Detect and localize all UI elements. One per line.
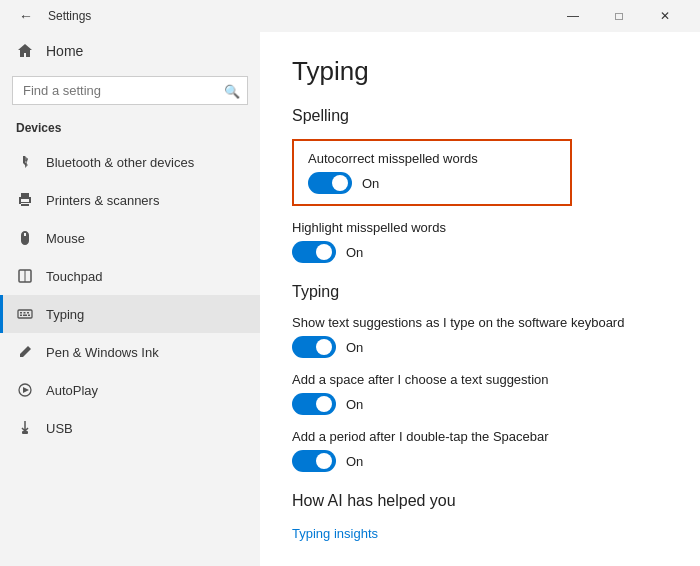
sidebar-section-label: Devices [0, 117, 260, 143]
svg-rect-11 [22, 431, 28, 434]
svg-rect-7 [23, 315, 27, 317]
autocorrect-toggle-row: On [308, 172, 556, 194]
pen-icon [16, 343, 34, 361]
highlight-state: On [346, 245, 363, 260]
sidebar-item-autoplay[interactable]: AutoPlay [0, 371, 260, 409]
typing-insights-link[interactable]: Typing insights [292, 526, 378, 541]
sidebar-item-bluetooth[interactable]: Bluetooth & other devices [0, 143, 260, 181]
period-toggle[interactable] [292, 450, 336, 472]
autocorrect-setting: Autocorrect misspelled words On [292, 139, 572, 206]
sidebar-item-touchpad[interactable]: Touchpad [0, 257, 260, 295]
sidebar-item-pen[interactable]: Pen & Windows Ink [0, 333, 260, 371]
mouse-icon [16, 229, 34, 247]
search-icon: 🔍 [224, 83, 240, 98]
typing-section-title: Typing [292, 283, 668, 301]
back-button[interactable]: ← [12, 2, 40, 30]
touchpad-icon [16, 267, 34, 285]
space-state: On [346, 397, 363, 412]
period-state: On [346, 454, 363, 469]
sidebar-item-usb[interactable]: USB [0, 409, 260, 447]
home-icon [16, 42, 34, 60]
app-title: Settings [48, 9, 91, 23]
space-toggle-row: On [292, 393, 668, 415]
space-toggle[interactable] [292, 393, 336, 415]
search-box: 🔍 [12, 76, 248, 105]
sidebar: Home 🔍 Devices Bluetooth & other devices [0, 32, 260, 566]
svg-marker-10 [23, 387, 29, 393]
highlight-setting: Highlight misspelled words On [292, 220, 668, 263]
content-panel: Typing Spelling Autocorrect misspelled w… [260, 32, 700, 566]
ai-section: How AI has helped you Typing insights [292, 492, 668, 542]
svg-rect-6 [20, 315, 22, 317]
ai-section-title: How AI has helped you [292, 492, 668, 510]
space-label: Add a space after I choose a text sugges… [292, 372, 668, 387]
svg-rect-5 [27, 312, 29, 314]
svg-rect-8 [28, 315, 30, 317]
svg-rect-4 [24, 312, 26, 314]
autocorrect-toggle[interactable] [308, 172, 352, 194]
close-button[interactable]: ✕ [642, 0, 688, 32]
highlight-label: Highlight misspelled words [292, 220, 668, 235]
printer-icon [16, 191, 34, 209]
search-input[interactable] [12, 76, 248, 105]
suggestion-setting: Show text suggestions as I type on the s… [292, 315, 668, 358]
sidebar-item-mouse[interactable]: Mouse [0, 219, 260, 257]
space-setting: Add a space after I choose a text sugges… [292, 372, 668, 415]
bluetooth-icon [16, 153, 34, 171]
titlebar: ← Settings — □ ✕ [0, 0, 700, 32]
page-title: Typing [292, 56, 668, 87]
autocorrect-label: Autocorrect misspelled words [308, 151, 556, 166]
sidebar-item-printers[interactable]: Printers & scanners [0, 181, 260, 219]
keyboard-icon [16, 305, 34, 323]
autocorrect-state: On [362, 176, 379, 191]
period-toggle-row: On [292, 450, 668, 472]
suggestion-toggle-row: On [292, 336, 668, 358]
highlight-toggle-row: On [292, 241, 668, 263]
maximize-button[interactable]: □ [596, 0, 642, 32]
suggestion-state: On [346, 340, 363, 355]
sidebar-item-home[interactable]: Home [0, 32, 260, 70]
window-controls: — □ ✕ [550, 0, 688, 32]
svg-rect-2 [18, 310, 32, 318]
suggestion-toggle[interactable] [292, 336, 336, 358]
svg-rect-3 [20, 312, 22, 314]
highlight-toggle[interactable] [292, 241, 336, 263]
spelling-section-title: Spelling [292, 107, 668, 125]
usb-icon [16, 419, 34, 437]
typing-divider: Typing [292, 283, 668, 301]
period-label: Add a period after I double-tap the Spac… [292, 429, 668, 444]
period-setting: Add a period after I double-tap the Spac… [292, 429, 668, 472]
sidebar-item-typing[interactable]: Typing [0, 295, 260, 333]
minimize-button[interactable]: — [550, 0, 596, 32]
app-body: Home 🔍 Devices Bluetooth & other devices [0, 32, 700, 566]
autoplay-icon [16, 381, 34, 399]
suggestion-label: Show text suggestions as I type on the s… [292, 315, 668, 330]
